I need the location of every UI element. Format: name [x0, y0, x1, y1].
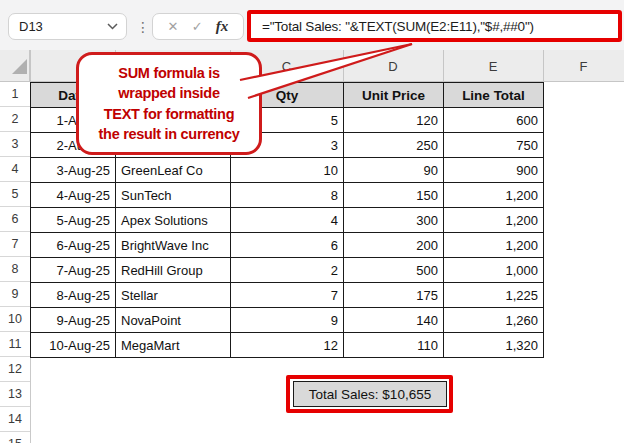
formula-bar-strip: D13 ⋮ ✕ ✓ fx ="Total Sales: "&TEXT(SUM(E…: [0, 0, 624, 50]
header-unit-price[interactable]: Unit Price: [344, 83, 444, 108]
cell-total[interactable]: 1,200: [444, 183, 544, 208]
cell-customer[interactable]: SunTech: [116, 183, 231, 208]
name-box[interactable]: D13: [8, 13, 127, 40]
column-header-f[interactable]: F: [543, 50, 624, 82]
formula-input[interactable]: ="Total Sales: "&TEXT(SUM(E2:E11),"$#,##…: [247, 10, 622, 42]
cell-total[interactable]: 600: [444, 108, 544, 133]
cell-customer[interactable]: MegaMart: [116, 333, 231, 358]
cell-total[interactable]: 1,000: [444, 258, 544, 283]
header-line-total[interactable]: Line Total: [444, 83, 544, 108]
column-divider: [30, 50, 31, 82]
cell-price[interactable]: 140: [344, 308, 444, 333]
cell-qty[interactable]: 8: [231, 183, 344, 208]
cell-customer[interactable]: Apex Solutions: [116, 208, 231, 233]
cell-price[interactable]: 90: [344, 158, 444, 183]
name-box-splitter-icon[interactable]: ⋮: [136, 13, 150, 40]
cell-price[interactable]: 200: [344, 233, 444, 258]
row-header-8[interactable]: 8: [0, 257, 30, 282]
callout-line: TEXT for formatting: [104, 104, 234, 125]
cell-qty[interactable]: 12: [231, 333, 344, 358]
cell-total[interactable]: 750: [444, 133, 544, 158]
cell-price[interactable]: 175: [344, 283, 444, 308]
cell-qty[interactable]: 9: [231, 308, 344, 333]
cell-customer[interactable]: Stellar: [116, 283, 231, 308]
cell-reference: D13: [19, 19, 107, 34]
insert-function-icon[interactable]: fx: [216, 19, 229, 34]
cell-total[interactable]: 1,260: [444, 308, 544, 333]
callout-line: the result in currency: [99, 124, 240, 145]
select-all-icon: [12, 59, 27, 74]
cell-date[interactable]: 9-Aug-25: [31, 308, 116, 333]
cell-total[interactable]: 1,200: [444, 233, 544, 258]
cell-total[interactable]: 900: [444, 158, 544, 183]
cell-price[interactable]: 300: [344, 208, 444, 233]
cell-date[interactable]: 8-Aug-25: [31, 283, 116, 308]
cell-date[interactable]: 10-Aug-25: [31, 333, 116, 358]
column-header-e[interactable]: E: [443, 50, 543, 82]
row-header-9[interactable]: 9: [0, 282, 30, 307]
cell-qty[interactable]: 2: [231, 258, 344, 283]
row-header-5[interactable]: 5: [0, 182, 30, 207]
formula-buttons: ✕ ✓ fx: [152, 13, 244, 40]
total-sales-cell[interactable]: Total Sales: $10,655: [293, 381, 447, 407]
cell-customer[interactable]: BrightWave Inc: [116, 233, 231, 258]
formula-text: ="Total Sales: "&TEXT(SUM(E2:E11),"$#,##…: [251, 19, 534, 34]
cell-qty[interactable]: 6: [231, 233, 344, 258]
row-header-4[interactable]: 4: [0, 157, 30, 182]
cell-qty[interactable]: 10: [231, 158, 344, 183]
cell-date[interactable]: 7-Aug-25: [31, 258, 116, 283]
row-header-15[interactable]: 15: [0, 432, 30, 443]
row-header-3[interactable]: 3: [0, 132, 30, 157]
cell-price[interactable]: 120: [344, 108, 444, 133]
cell-total[interactable]: 1,200: [444, 208, 544, 233]
row-header-12[interactable]: 12: [0, 357, 30, 382]
cell-customer[interactable]: NovaPoint: [116, 308, 231, 333]
row-header-11[interactable]: 11: [0, 332, 30, 357]
cell-date[interactable]: 4-Aug-25: [31, 183, 116, 208]
cell-customer[interactable]: GreenLeaf Co: [116, 158, 231, 183]
row-header-7[interactable]: 7: [0, 232, 30, 257]
cell-price[interactable]: 250: [344, 133, 444, 158]
callout-line: wrapped inside: [118, 83, 219, 104]
row-header-1[interactable]: 1: [0, 82, 30, 107]
select-all-corner[interactable]: [0, 50, 30, 82]
row-header-14[interactable]: 14: [0, 407, 30, 432]
callout-bubble: SUM formula is wrapped inside TEXT for f…: [76, 52, 262, 155]
cell-qty[interactable]: 7: [231, 283, 344, 308]
cell-price[interactable]: 500: [344, 258, 444, 283]
cell-total[interactable]: 1,320: [444, 333, 544, 358]
callout-line: SUM formula is: [118, 63, 219, 84]
row-header-2[interactable]: 2: [0, 107, 30, 132]
cell-customer[interactable]: RedHill Group: [116, 258, 231, 283]
cancel-icon[interactable]: ✕: [168, 20, 179, 33]
row-header-13[interactable]: 13: [0, 382, 30, 407]
excel-window: D13 ⋮ ✕ ✓ fx ="Total Sales: "&TEXT(SUM(E…: [0, 0, 624, 443]
cell-total[interactable]: 1,225: [444, 283, 544, 308]
cell-price[interactable]: 110: [344, 333, 444, 358]
cell-date[interactable]: 3-Aug-25: [31, 158, 116, 183]
cell-date[interactable]: 6-Aug-25: [31, 233, 116, 258]
row-header-10[interactable]: 10: [0, 307, 30, 332]
chevron-down-icon[interactable]: [107, 23, 118, 30]
row-header-6[interactable]: 6: [0, 207, 30, 232]
enter-icon[interactable]: ✓: [192, 20, 203, 33]
cell-qty[interactable]: 4: [231, 208, 344, 233]
column-header-d[interactable]: D: [343, 50, 443, 82]
cell-date[interactable]: 5-Aug-25: [31, 208, 116, 233]
cell-price[interactable]: 150: [344, 183, 444, 208]
